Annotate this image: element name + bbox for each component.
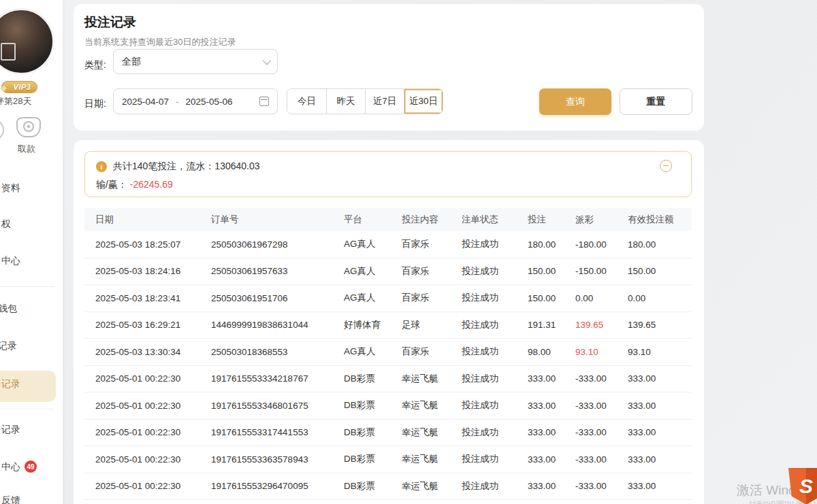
win-loss-label: 输/赢： [96,179,127,190]
cell-bet: 150.00 [528,293,575,303]
cell-date: 2025-05-03 18:25:07 [84,239,211,250]
reset-button[interactable]: 重置 [620,88,692,115]
cell-payout: 93.10 [575,347,628,357]
cell-date: 2025-05-03 18:24:16 [84,266,211,276]
query-button[interactable]: 查询 [539,88,611,115]
sidebar-item-2[interactable]: 中心 [1,255,20,267]
cell-payout: -333.00 [575,481,628,491]
range-button-近30日[interactable]: 近30日 [404,89,443,114]
cell-order-no: 250503061957633 [211,266,344,276]
cell-status: 投注成功 [462,480,528,492]
cell-platform: DB彩票 [344,426,402,439]
deposit-icon[interactable] [0,119,4,141]
range-button-近7日[interactable]: 近7日 [365,89,404,114]
cell-date: 2025-05-01 00:22:30 [84,373,211,384]
vip-badge: ◆ VIP3 [1,81,37,93]
sidebar-item-6[interactable]: 记录 [1,424,20,436]
range-button-今日[interactable]: 今日 [287,89,326,114]
avatar-photo-detail [1,43,16,61]
cell-order-no: 1917615553363578943 [211,454,344,465]
cell-order-no: 250503061967298 [211,239,344,250]
cell-status: 投注成功 [462,426,528,439]
cell-valid-amount: 333.00 [628,481,692,491]
filter-card: 投注记录 当前系统支持查询最近30日的投注记录 类型: 全部 日期: 2025-… [74,4,704,131]
cell-payout: -333.00 [575,427,628,437]
cell-order-no: 1917615553346801675 [211,401,344,411]
vip-level-label: VIP3 [8,83,31,91]
cell-date: 2025-05-01 00:22:30 [84,401,211,411]
type-select[interactable]: 全部 [113,49,278,74]
cell-valid-amount: 333.00 [628,427,692,437]
cell-bet: 98.00 [528,347,575,357]
avatar[interactable] [0,8,54,75]
cell-payout: 139.65 [575,320,628,330]
column-header: 日期 [84,214,211,226]
cell-status: 投注成功 [462,373,528,385]
cell-order-no: 1446999919838631044 [211,320,344,330]
cell-content: 百家乐 [402,292,462,304]
cell-valid-amount: 180.00 [628,239,692,250]
sidebar-item-1[interactable]: 权 [1,218,11,231]
calendar-icon [259,97,269,106]
cell-status: 投注成功 [462,319,528,331]
cell-status: 投注成功 [462,453,528,465]
diamond-icon: ◆ [1,83,7,93]
cell-payout: -150.00 [575,266,628,276]
cell-content: 百家乐 [402,265,462,278]
date-range-input[interactable]: 2025-04-07 - 2025-05-06 [113,88,278,114]
sidebar-item-4[interactable]: 记录 [0,340,17,352]
cell-order-no: 250503018368553 [211,347,344,357]
cell-platform: DB彩票 [344,399,402,411]
range-button-昨天[interactable]: 昨天 [326,89,365,114]
bet-records-table: 日期订单号平台投注内容注单状态投注派彩有效投注额 2025-05-03 18:2… [84,208,692,500]
cell-order-no: 1917615553334218767 [211,373,344,384]
sidebar-item-3[interactable]: 钱包 [0,303,17,315]
column-header: 投注 [528,214,575,226]
cell-bet: 333.00 [528,481,575,491]
collapse-icon[interactable] [660,160,672,172]
cell-date: 2025-05-03 16:29:21 [84,320,211,330]
page-title: 投注记录 [84,14,136,31]
date-filter-label: 日期: [84,98,106,110]
cell-date: 2025-05-03 13:30:34 [84,347,211,357]
info-icon: i [96,161,107,172]
sidebar-item-7[interactable]: 中心 [1,461,20,473]
cell-bet: 333.00 [528,427,575,437]
type-select-value: 全部 [122,56,263,68]
records-card: i 共计140笔投注，流水：130640.03 输/赢： -26245.69 日… [74,140,704,504]
cell-status: 投注成功 [462,238,528,250]
withdraw-label[interactable]: 取款 [18,143,35,155]
cell-platform: 好博体育 [344,319,402,331]
sidebar-item-8[interactable]: 反馈 [1,494,20,504]
cell-platform: AG真人 [344,238,402,250]
cell-date: 2025-05-01 00:22:30 [84,481,211,491]
cell-status: 投注成功 [462,346,528,358]
withdraw-icon-lens [23,121,34,132]
column-header: 有效投注额 [628,214,692,226]
table-row: 2025-05-03 18:24:16 250503061957633 AG真人… [84,258,692,286]
column-header: 订单号 [211,214,344,226]
win-loss-value: -26245.69 [130,179,173,190]
column-header: 投注内容 [402,214,462,226]
cell-date: 2025-05-03 18:23:41 [84,293,211,303]
cell-bet: 180.00 [528,239,575,250]
cell-date: 2025-05-01 00:22:30 [84,454,211,465]
cell-valid-amount: 333.00 [628,454,692,465]
cell-platform: AG真人 [344,346,402,358]
cell-platform: DB彩票 [344,373,402,385]
cell-status: 投注成功 [462,399,528,411]
cell-valid-amount: 150.00 [628,266,692,276]
table-row: 2025-05-03 18:23:41 250503061951706 AG真人… [84,285,692,312]
column-header: 注单状态 [462,214,528,226]
cell-order-no: 1917615553317441553 [211,427,344,437]
cell-content: 幸运飞艇 [402,373,462,385]
table-row: 2025-05-01 00:22:30 1917615553346801675 … [84,392,692,420]
cell-status: 投注成功 [462,292,528,304]
cell-content: 幸运飞艇 [402,399,462,411]
sidebar-item-current[interactable]: 记录 [1,378,20,390]
column-header: 平台 [344,214,402,226]
sidebar-item-0[interactable]: 资料 [1,182,20,195]
cell-order-no: 250503061951706 [211,293,344,303]
withdraw-icon[interactable] [16,117,41,137]
table-row: 2025-05-01 00:22:30 1917615553334218767 … [84,366,692,393]
